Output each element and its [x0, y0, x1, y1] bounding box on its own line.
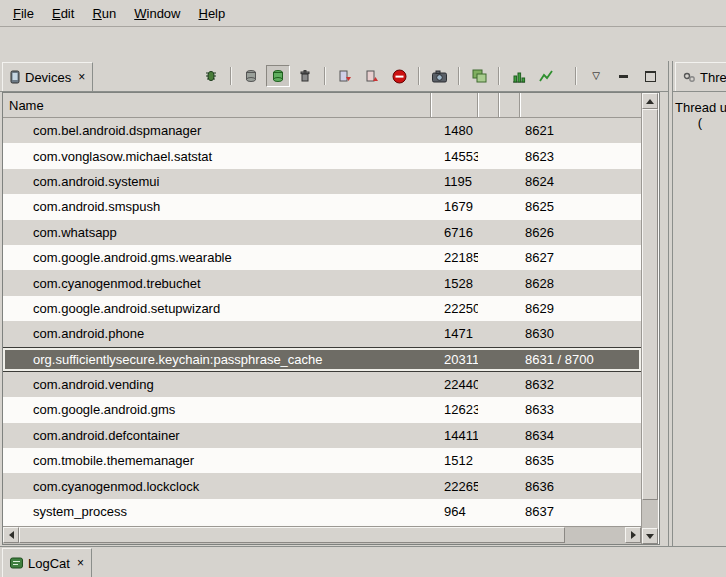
table-row[interactable]: com.whatsapp 6716 8626	[3, 220, 641, 245]
threads-view-icon	[683, 71, 695, 83]
menu-window[interactable]: Window	[125, 3, 189, 24]
scroll-up-button[interactable]	[642, 93, 658, 109]
process-port: 8628	[520, 276, 641, 291]
process-pid: 22440	[431, 377, 478, 392]
process-pid: 14553	[431, 149, 478, 164]
method-profiling-icon[interactable]	[360, 65, 384, 87]
process-name: com.google.android.setupwizard	[3, 301, 431, 316]
column-header-port[interactable]	[520, 93, 641, 117]
table-row[interactable]: com.android.systemui 1195 8624	[3, 169, 641, 194]
menu-edit[interactable]: Edit	[43, 3, 83, 24]
table-row[interactable]: system_process 964 8637	[3, 499, 641, 524]
scroll-down-button[interactable]	[642, 528, 658, 544]
arrow-up-icon	[646, 99, 654, 104]
menu-bar: File Edit Run Window Help	[0, 0, 726, 27]
network-graph-icon[interactable]	[534, 65, 558, 87]
process-name: com.google.android.gms	[3, 402, 431, 417]
process-name: com.cyanogenmod.lockclock	[3, 479, 431, 494]
process-pid: 22265	[431, 479, 478, 494]
scroll-right-button[interactable]	[625, 527, 641, 543]
process-port: 8634	[520, 428, 641, 443]
table-row[interactable]: com.bel.android.dspmanager 1480 8621	[3, 118, 641, 143]
horizontal-scroll-thumb[interactable]	[19, 527, 565, 543]
menu-file[interactable]: File	[4, 3, 43, 24]
process-pid: 1512	[431, 453, 478, 468]
update-heap-icon[interactable]	[239, 65, 263, 87]
table-row[interactable]: com.google.android.setupwizard 22250 862…	[3, 296, 641, 321]
vertical-scrollbar[interactable]	[641, 93, 658, 544]
table-row[interactable]: com.android.phone 1471 8630	[3, 321, 641, 346]
threads-message-line2: (	[673, 115, 726, 130]
column-header-name[interactable]: Name	[3, 93, 431, 117]
minimize-icon[interactable]	[611, 65, 635, 87]
horizontal-scrollbar[interactable]	[3, 526, 641, 544]
process-pid: 1195	[431, 174, 478, 189]
heap-updates-enabled-icon[interactable]	[266, 65, 290, 87]
process-port: 8637	[520, 504, 641, 519]
arrow-right-icon	[631, 531, 636, 539]
table-row[interactable]: com.tmobile.thememanager 1512 8635	[3, 448, 641, 473]
table-header[interactable]: Name	[3, 93, 641, 118]
gc-trash-icon[interactable]	[293, 65, 317, 87]
tab-devices[interactable]: Devices ×	[2, 62, 93, 91]
maximize-icon[interactable]	[638, 65, 662, 87]
process-pid: 964	[431, 504, 478, 519]
process-port: 8631 / 8700	[520, 352, 641, 367]
table-row[interactable]: com.vonglasow.michael.satstat 14553 8623	[3, 143, 641, 168]
scroll-left-button[interactable]	[3, 527, 19, 543]
camera-glyph	[432, 70, 447, 83]
screen-capture-icon[interactable]	[427, 65, 451, 87]
tab-threads-label: Threa	[700, 70, 726, 85]
process-rows: com.bel.android.dspmanager 1480 8621 com…	[3, 118, 641, 526]
table-row[interactable]: com.cyanogenmod.lockclock 22265 8636	[3, 473, 641, 498]
process-pid: 14411	[431, 428, 478, 443]
table-row[interactable]: com.google.android.gms 12623 8633	[3, 397, 641, 422]
view-menu-icon[interactable]: ▽	[584, 65, 608, 87]
threads-tab-bar: Threa	[673, 61, 726, 92]
table-row[interactable]: com.android.defcontainer 14411 8634	[3, 423, 641, 448]
tab-threads[interactable]: Threa	[675, 62, 726, 91]
table-row[interactable]: com.google.android.gms.wearable 22185 86…	[3, 245, 641, 270]
column-header-3[interactable]	[478, 93, 499, 117]
tab-logcat[interactable]: LogCat ×	[2, 548, 92, 577]
stop-process-icon[interactable]	[387, 65, 411, 87]
process-pid: 22250	[431, 301, 478, 316]
process-name: com.android.smspush	[3, 199, 431, 214]
vertical-scroll-thumb[interactable]	[642, 109, 658, 500]
bar-chart-glyph	[512, 69, 526, 83]
toolbar-separator	[575, 67, 577, 85]
menu-help[interactable]: Help	[189, 3, 234, 24]
capture-frames-icon[interactable]	[467, 65, 491, 87]
table-row[interactable]: com.android.smspush 1679 8625	[3, 194, 641, 219]
process-name: com.vonglasow.michael.satstat	[3, 149, 431, 164]
tab-logcat-label: LogCat	[28, 556, 70, 571]
menu-run[interactable]: Run	[83, 3, 125, 24]
threads-message: Thread up (	[673, 92, 726, 130]
column-header-pid[interactable]	[431, 93, 478, 117]
table-row[interactable]: com.cyanogenmod.trebuchet 1528 8628	[3, 270, 641, 295]
devices-panel: Devices ×	[0, 61, 669, 547]
heap-chart-icon[interactable]	[507, 65, 531, 87]
update-threads-icon[interactable]	[333, 65, 357, 87]
toolbar-separator	[458, 67, 460, 85]
column-header-4[interactable]	[499, 93, 520, 117]
heap-green-glyph	[271, 69, 285, 83]
process-pid: 1471	[431, 326, 478, 341]
logcat-icon	[10, 557, 23, 569]
process-name: com.google.android.gms.wearable	[3, 250, 431, 265]
process-port: 8625	[520, 199, 641, 214]
maximize-glyph	[645, 71, 656, 82]
table-row[interactable]: org.sufficientlysecure.keychain:passphra…	[3, 347, 641, 372]
application-window: File Edit Run Window Help Devices ×	[0, 0, 726, 577]
close-icon[interactable]: ×	[76, 71, 85, 83]
debug-process-icon[interactable]	[199, 65, 223, 87]
process-pid: 6716	[431, 225, 478, 240]
table-row[interactable]: com.android.vending 22440 8632	[3, 372, 641, 397]
threads-up-glyph	[365, 69, 379, 83]
process-port: 8624	[520, 174, 641, 189]
close-icon[interactable]: ×	[75, 557, 84, 569]
process-name: com.bel.android.dspmanager	[3, 123, 431, 138]
process-table-body-area: Name com.bel.android.dspmanager 1480 862…	[3, 93, 641, 544]
process-port: 8632	[520, 377, 641, 392]
stop-glyph	[392, 69, 407, 84]
